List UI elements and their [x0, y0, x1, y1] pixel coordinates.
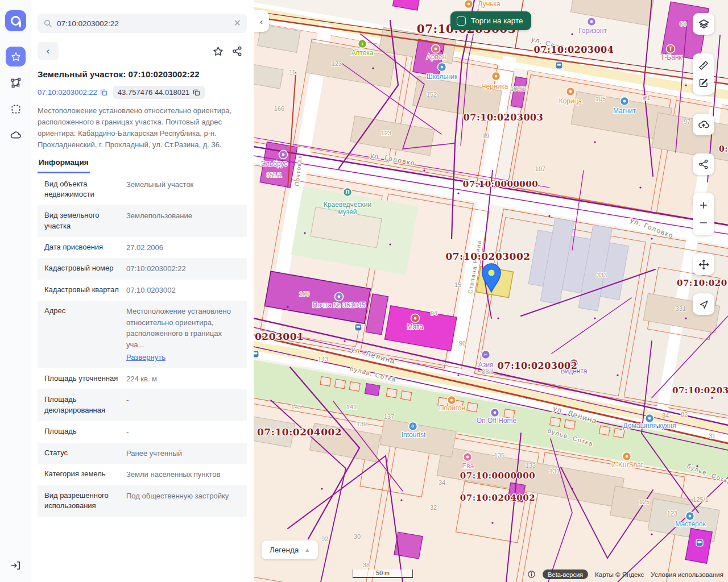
copy-icon[interactable] [193, 89, 200, 96]
cadastral-number-tag[interactable]: 07:10:0203002:22 [38, 88, 107, 97]
map-viewport[interactable]: ул. Свободыул. Головкоул. Головкоул. Лен… [254, 0, 728, 582]
info-row: Площадь уточненная224 кв. м [38, 368, 247, 390]
login-button[interactable] [6, 555, 26, 575]
terms-link[interactable]: Условия использования [651, 571, 723, 578]
measure-button[interactable] [698, 60, 709, 71]
coordinates-text: 43.757476 44.018021 [118, 88, 190, 97]
layers-icon [698, 18, 710, 30]
edit-button[interactable] [698, 77, 709, 89]
house-number: 30 [354, 533, 361, 540]
poi-label[interactable]: Корица [559, 97, 582, 105]
info-value: - [126, 394, 240, 416]
house-number: 107/2 [510, 85, 526, 92]
poi-label[interactable]: Азия [478, 361, 494, 369]
house-number: 123 [381, 130, 391, 136]
info-label: Площадь [44, 426, 119, 438]
poi-label[interactable]: Эльбрус [261, 160, 288, 168]
upload-button[interactable] [693, 114, 714, 135]
info-icon[interactable] [527, 570, 536, 579]
poi-label[interactable]: Т-Банк [660, 53, 682, 61]
star-icon [212, 45, 224, 57]
trades-checkbox[interactable] [457, 16, 466, 26]
map-canvas[interactable]: ул. Свободыул. Головкоул. Головкоул. Лен… [254, 0, 728, 582]
cadastral-label: 07:10:0203002 [498, 360, 578, 371]
share-button[interactable] [228, 43, 247, 60]
poi-label[interactable]: Z-KurShat [612, 461, 643, 469]
house-number: 88/1 [482, 368, 494, 375]
copy-icon[interactable] [100, 89, 107, 96]
svg-text:✈: ✈ [411, 423, 415, 429]
sidebar-item-cloud[interactable] [6, 125, 26, 145]
poi-label[interactable]: Мастерок [675, 520, 706, 528]
house-number: 15 [454, 281, 461, 288]
cadastral-label: 07:10:0203004 [534, 44, 614, 55]
tab-information[interactable]: Информация [38, 158, 90, 173]
poi-label[interactable]: Почта № 361045 [313, 301, 366, 309]
object-panel: ✕ ‹ Земельный участок: 07:10:0203002:22 … [31, 0, 254, 582]
clear-search-icon[interactable]: ✕ [234, 19, 241, 28]
house-number: 19 [482, 132, 489, 139]
locate-me-button[interactable] [693, 293, 714, 315]
search-bar[interactable]: ✕ [38, 14, 247, 33]
house-number: 66 [680, 20, 686, 27]
house-number: 152 [427, 91, 437, 98]
info-value: - [126, 426, 240, 438]
zoom-in-button[interactable] [698, 200, 709, 210]
house-number: 135 [494, 452, 504, 459]
house-number: 82 [681, 411, 688, 418]
house-number: 139 [357, 421, 367, 427]
info-value: 07:10:0203002:22 [126, 263, 240, 275]
poi-label[interactable]: Арвен [427, 53, 446, 61]
object-description: Местоположение установлено относительно … [38, 105, 247, 151]
cadastral-label: 07:10:0203 [672, 385, 728, 396]
house-number: 145 [291, 404, 301, 410]
back-button[interactable]: ‹ [38, 42, 59, 60]
poi-label[interactable]: Аптека [351, 49, 374, 57]
info-value: Земельный участок [126, 179, 240, 201]
house-number: 125 [639, 498, 650, 505]
house-number: 34 [439, 479, 445, 486]
house-number: 107 [535, 165, 545, 172]
info-row: Вид разрешенного использованияПод общест… [38, 485, 247, 517]
collapse-panel-button[interactable]: ‹ [254, 10, 269, 32]
expand-link[interactable]: Развернуть [126, 352, 166, 363]
sidebar-item-favorites[interactable] [6, 47, 26, 66]
house-number: 31 [709, 433, 715, 439]
poi-label[interactable]: Школьник [427, 73, 458, 81]
poi-label[interactable]: Черника [482, 82, 508, 90]
cadastral-label: 0203001 [255, 331, 304, 342]
poi-label[interactable]: Домашняя кухня [623, 422, 676, 430]
poi-label[interactable]: Intourist [402, 431, 426, 439]
poi-label[interactable]: Полигон [439, 404, 465, 412]
share-icon [698, 159, 709, 170]
layers-button[interactable] [693, 13, 714, 35]
info-row: Вид объекта недвижимостиЗемельный участо… [38, 174, 247, 206]
poi-label[interactable]: Горизонт [578, 27, 607, 35]
scale-label: 50 m [376, 569, 389, 576]
cadastral-label: 07:10:0203002 [445, 251, 530, 262]
house-number: 92 [321, 535, 328, 542]
poi-label[interactable]: Дунька [478, 0, 500, 8]
pan-mode-button[interactable] [693, 253, 714, 275]
house-number: 7/1 [642, 94, 650, 101]
share-map-button[interactable] [693, 153, 714, 175]
house-number: 105 [595, 95, 606, 102]
copyright-text[interactable]: Карты © Яндекс [595, 571, 644, 578]
favorite-button[interactable] [208, 43, 228, 60]
legend-button[interactable]: Легенда ▲ [262, 541, 318, 559]
info-label: Вид земельного участка [44, 210, 119, 232]
app-logo[interactable] [5, 10, 26, 31]
info-label: Адрес [44, 306, 119, 363]
search-input[interactable] [57, 19, 229, 28]
coordinates-tag[interactable]: 43.757476 44.018021 [113, 86, 205, 99]
poi-label[interactable]: Ева [462, 462, 474, 470]
sidebar-item-polygon-select[interactable] [6, 73, 26, 93]
sidebar-item-area-select[interactable] [6, 99, 26, 119]
zoom-out-button[interactable] [698, 218, 709, 228]
trades-on-map-toggle[interactable]: Торги на карте [450, 11, 531, 30]
poi-label[interactable]: Мята [407, 323, 424, 331]
cadastral-number-text: 07:10:0203002:22 [38, 88, 97, 97]
poi-label[interactable]: Магнит [613, 107, 636, 115]
house-number: 143 [318, 356, 328, 363]
poi-label[interactable]: On Off Home [477, 417, 517, 425]
